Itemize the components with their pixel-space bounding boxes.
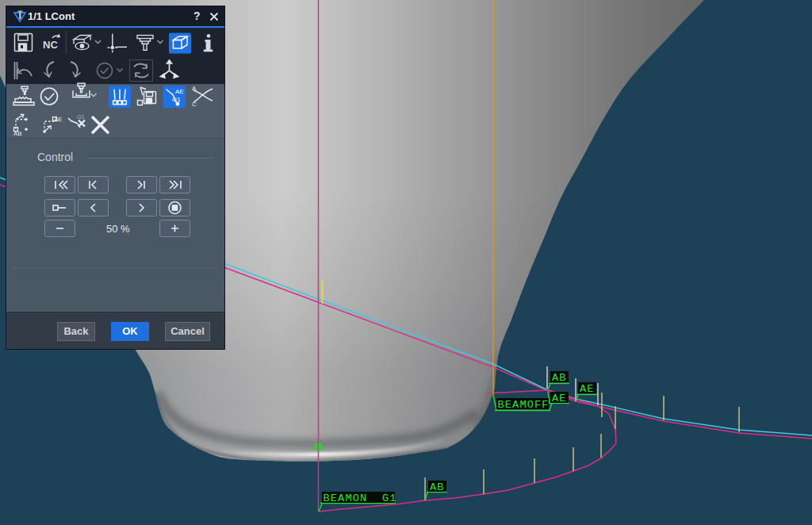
svg-text:AB: AB (13, 130, 22, 137)
svg-text:AB: AB (430, 481, 445, 493)
svg-text:NC: NC (43, 39, 58, 51)
svg-text:G1: G1 (77, 114, 84, 120)
svg-text:G1: G1 (172, 96, 181, 103)
svg-text:AE: AE (580, 383, 595, 395)
svg-text:A: A (192, 85, 197, 92)
svg-text:BEAMON G1: BEAMON G1 (324, 492, 397, 504)
svg-text:AB: AB (552, 372, 567, 384)
svg-text:AE: AE (175, 88, 184, 95)
svg-text:50 %: 50 % (106, 223, 130, 235)
svg-text:AE: AE (54, 116, 63, 123)
svg-text:C: C (192, 101, 197, 108)
svg-text:BEAMOFF: BEAMOFF (498, 399, 550, 411)
svg-text:AE: AE (552, 393, 567, 404)
